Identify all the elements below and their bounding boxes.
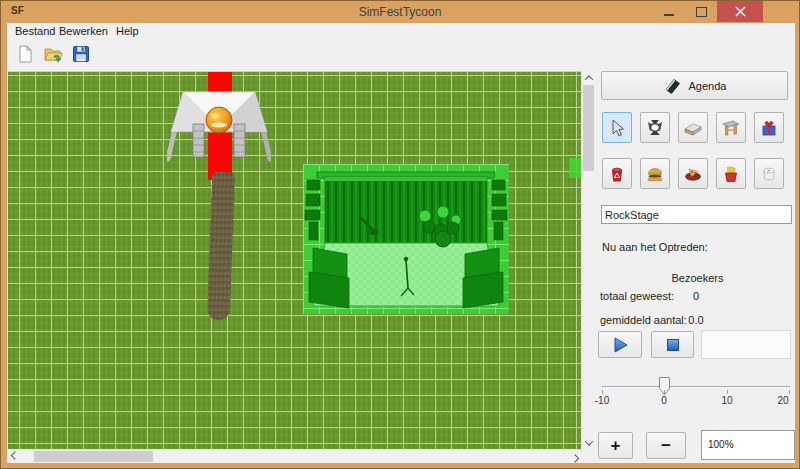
stage-light-icon (645, 118, 665, 138)
slider-label-min: -10 (589, 395, 615, 406)
tool-select-button[interactable] (602, 112, 632, 143)
chevron-up-icon (584, 75, 592, 83)
scroll-right-button[interactable] (568, 450, 581, 463)
app-window: SF SimFestTycoon Bestand Bewerken Help (0, 0, 800, 469)
stage-platform-icon (683, 118, 703, 138)
chevron-right-icon (570, 454, 578, 462)
trash-bin-icon (607, 164, 627, 184)
play-icon (610, 335, 630, 355)
chevron-left-icon (10, 451, 18, 459)
toolbar (7, 40, 795, 70)
scroll-left-button[interactable] (8, 450, 21, 463)
open-file-button[interactable] (41, 42, 65, 66)
tool-fries-button[interactable] (716, 158, 746, 189)
control-panel: Agenda (598, 69, 791, 463)
chevron-down-icon (584, 437, 592, 445)
close-button[interactable] (717, 1, 763, 22)
minimize-button[interactable] (655, 1, 683, 22)
title-bar: SF SimFestTycoon (1, 1, 799, 23)
speed-slider-track[interactable] (602, 386, 790, 388)
tool-pizza-button[interactable] (678, 158, 708, 189)
average-visitors-label: gemiddeld aantal: (600, 314, 687, 326)
current-act-box (701, 330, 791, 359)
play-button[interactable] (598, 331, 642, 358)
fries-icon (721, 164, 741, 184)
tool-trash-bin-button[interactable] (602, 158, 632, 189)
scroll-up-button[interactable] (582, 71, 595, 84)
stop-button[interactable] (651, 331, 694, 358)
close-icon (735, 6, 746, 17)
agenda-book-icon (663, 77, 681, 95)
new-file-icon (14, 43, 36, 65)
save-icon (70, 43, 92, 65)
stage-name-input[interactable] (601, 205, 792, 224)
maximize-icon (696, 7, 707, 17)
horizontal-scrollbar[interactable] (8, 449, 581, 463)
new-file-button[interactable] (13, 42, 37, 66)
tool-hamburger-button[interactable] (640, 158, 670, 189)
average-visitors-value: 0.0 (684, 314, 708, 326)
zoom-out-button[interactable]: − (646, 432, 686, 459)
select-cursor-icon (607, 118, 627, 138)
save-button[interactable] (69, 42, 93, 66)
tool-stage-platform-button[interactable] (678, 112, 708, 143)
slider-tick (602, 390, 603, 394)
agenda-label: Agenda (689, 80, 727, 92)
slider-label-ten: 10 (714, 395, 740, 406)
tool-gift-button[interactable] (754, 112, 784, 143)
slider-tick (664, 390, 665, 394)
scroll-down-button[interactable] (582, 436, 595, 449)
open-folder-icon (42, 43, 64, 65)
agenda-button[interactable]: Agenda (601, 71, 788, 100)
vertical-scrollbar[interactable] (581, 71, 595, 449)
pizza-icon (683, 164, 703, 184)
toilet-paper-icon (759, 164, 779, 184)
vertical-scroll-thumb[interactable] (583, 85, 594, 171)
menu-bestand[interactable]: Bestand (11, 23, 59, 40)
gift-icon (759, 118, 779, 138)
hamburger-icon (645, 164, 665, 184)
menu-bewerken[interactable]: Bewerken (55, 23, 112, 40)
tent-logo (206, 107, 232, 133)
slider-tick (789, 390, 790, 394)
now-performing-label: Nu aan het Optreden: (602, 241, 708, 253)
stop-icon (663, 335, 683, 355)
rock-stage-preview[interactable] (303, 164, 509, 314)
slider-tick (727, 390, 728, 394)
total-visitors-label: totaal geweest: (600, 290, 674, 302)
entrance-tent[interactable] (167, 86, 271, 166)
truss-gate-icon (721, 118, 741, 138)
festival-map-canvas[interactable] (8, 71, 581, 450)
total-visitors-value: 0 (684, 290, 708, 302)
maximize-button[interactable] (687, 1, 715, 22)
zoom-level-field[interactable]: 100% (701, 430, 795, 460)
slider-label-zero: 0 (651, 395, 677, 406)
tool-stage-light-button[interactable] (640, 112, 670, 143)
menu-bar: Bestand Bewerken Help (7, 23, 795, 40)
dirt-path[interactable] (207, 172, 235, 321)
slider-label-max: 20 (770, 395, 796, 406)
zoom-in-button[interactable]: + (598, 432, 633, 459)
tool-truss-gate-button[interactable] (716, 112, 746, 143)
minimize-icon (664, 14, 674, 16)
menu-help[interactable]: Help (112, 23, 143, 40)
tool-toilet-paper-button[interactable] (754, 158, 784, 189)
tinted-grass-patch (569, 158, 581, 178)
horizontal-scroll-thumb[interactable] (34, 451, 153, 462)
scrollbar-corner (581, 449, 594, 462)
visitors-header: Bezoekers (660, 272, 735, 284)
client-area: Bestand Bewerken Help (7, 23, 795, 463)
